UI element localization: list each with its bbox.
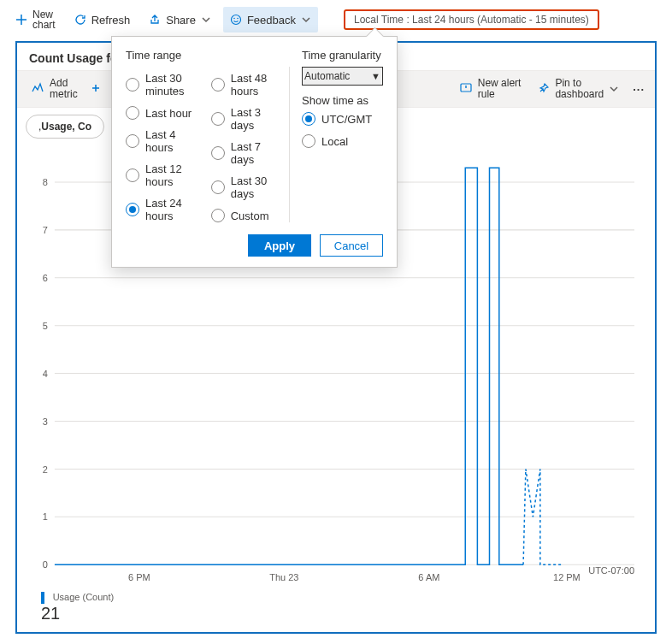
pin-icon (538, 82, 550, 97)
plus-sparkle-icon (90, 82, 102, 97)
radio-label: UTC/GMT (321, 113, 372, 126)
radio-icon (211, 112, 225, 126)
show-time-option[interactable]: UTC/GMT (302, 112, 383, 126)
caret-down-icon: ▼ (371, 71, 380, 81)
time-range-option[interactable]: Custom (211, 209, 280, 222)
radio-icon (211, 180, 225, 194)
refresh-icon (74, 14, 86, 26)
radio-icon (126, 106, 139, 120)
svg-text:0: 0 (43, 559, 48, 570)
chevron-down-icon (201, 15, 211, 25)
svg-text:4: 4 (43, 369, 48, 379)
radio-label: Last 7 days (231, 140, 280, 166)
radio-label: Last 4 hours (145, 128, 204, 154)
svg-text:2: 2 (43, 464, 48, 474)
feedback-label: Feedback (247, 14, 296, 27)
granularity-select[interactable]: Automatic ▼ (302, 67, 383, 86)
svg-text:1: 1 (43, 511, 48, 522)
radio-label: Last 12 hours (145, 162, 204, 188)
alert-icon (459, 81, 473, 97)
svg-text:7: 7 (43, 225, 48, 235)
granularity-title: Time granularity (302, 49, 383, 62)
svg-point-0 (231, 15, 240, 25)
metric-chip[interactable]: , Usage, Co (26, 115, 104, 139)
top-toolbar: New chart Refresh Share Feedback Local T… (5, 5, 667, 34)
radio-label: Local (321, 135, 348, 148)
add-metric-button[interactable]: Add metric (22, 71, 86, 107)
radio-icon (302, 112, 315, 126)
radio-icon (302, 134, 315, 148)
time-range-option[interactable]: Last hour (126, 106, 204, 120)
radio-icon (211, 146, 225, 160)
radio-icon (126, 168, 139, 182)
radio-icon (211, 78, 225, 92)
show-time-as-title: Show time as (302, 94, 383, 107)
share-button[interactable]: Share (142, 7, 218, 32)
new-alert-rule-button[interactable]: New alert rule (451, 71, 530, 107)
svg-point-1 (233, 18, 235, 20)
radio-icon (126, 134, 139, 148)
radio-label: Last 24 hours (145, 197, 204, 222)
time-range-pill[interactable]: Local Time : Last 24 hours (Automatic - … (344, 9, 599, 30)
plus-icon (15, 14, 27, 26)
share-label: Share (166, 14, 196, 27)
cancel-button[interactable]: Cancel (320, 234, 383, 257)
radio-icon (126, 78, 139, 92)
radio-label: Last 3 days (231, 106, 280, 132)
radio-label: Last hour (145, 107, 192, 120)
time-range-title: Time range (126, 49, 290, 62)
radio-label: Last 48 hours (231, 72, 280, 97)
more-actions-button[interactable]: ··· (628, 71, 650, 107)
radio-label: Last 30 days (231, 174, 280, 200)
chevron-down-icon (301, 15, 311, 25)
legend-swatch (41, 592, 44, 604)
refresh-label: Refresh (91, 14, 131, 27)
share-icon (149, 14, 161, 26)
sparkle-icon (31, 81, 44, 97)
svg-text:12 PM: 12 PM (553, 572, 581, 582)
time-range-option[interactable]: Last 3 days (211, 106, 280, 132)
time-range-popover: Time range Last 30 minutesLast hourLast … (111, 36, 398, 268)
svg-text:6 PM: 6 PM (128, 572, 150, 582)
show-time-option[interactable]: Local (302, 134, 383, 148)
svg-text:5: 5 (43, 321, 48, 331)
legend-name: Usage (Count) (53, 592, 115, 602)
add-metric-extra-button[interactable] (86, 71, 105, 107)
apply-button[interactable]: Apply (248, 234, 311, 257)
radio-label: Last 30 minutes (145, 72, 204, 97)
refresh-button[interactable]: Refresh (68, 7, 138, 32)
time-range-option[interactable]: Last 4 hours (126, 128, 204, 154)
chevron-down-icon (609, 84, 619, 94)
svg-text:8: 8 (43, 177, 48, 187)
svg-text:6 AM: 6 AM (418, 572, 439, 582)
time-range-option[interactable]: Last 12 hours (126, 162, 204, 188)
radio-label: Custom (231, 210, 269, 222)
radio-icon (126, 203, 139, 216)
new-chart-button[interactable]: New chart (9, 7, 62, 32)
time-range-option[interactable]: Last 30 days (211, 174, 280, 200)
radio-icon (211, 209, 225, 222)
time-range-option[interactable]: Last 48 hours (211, 72, 280, 97)
svg-text:3: 3 (43, 416, 48, 426)
svg-point-2 (237, 18, 239, 20)
time-range-option[interactable]: Last 7 days (211, 140, 280, 166)
timezone-label: UTC-07:00 (588, 565, 634, 576)
svg-text:Thu 23: Thu 23 (269, 572, 298, 582)
pin-dashboard-button[interactable]: Pin to dashboard (529, 71, 628, 107)
feedback-button[interactable]: Feedback (223, 7, 318, 32)
new-chart-label: New chart (32, 9, 56, 30)
time-range-option[interactable]: Last 24 hours (126, 197, 204, 222)
svg-text:6: 6 (43, 273, 48, 283)
chart-legend: Usage (Count) 21 (41, 590, 114, 623)
smile-icon (230, 14, 242, 26)
time-range-option[interactable]: Last 30 minutes (126, 72, 204, 97)
legend-value: 21 (41, 604, 114, 623)
